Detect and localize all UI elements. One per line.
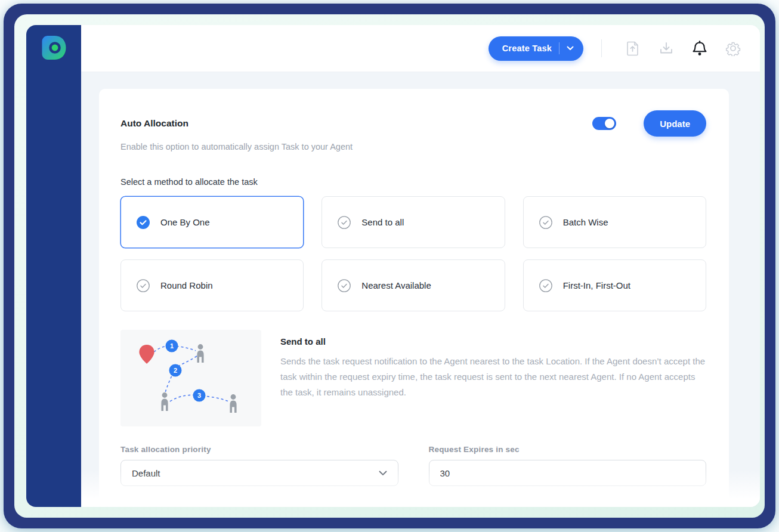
button-divider bbox=[559, 42, 559, 54]
card-header: Auto Allocation Update bbox=[120, 110, 706, 137]
create-task-button[interactable]: Create Task bbox=[489, 36, 583, 61]
file-upload-icon[interactable] bbox=[625, 41, 641, 56]
download-icon[interactable] bbox=[659, 41, 674, 56]
step-number: 1 bbox=[170, 342, 174, 349]
method-card-first-in-first-out[interactable]: First-In, First-Out bbox=[523, 259, 706, 311]
method-detail-description: Sends the task request notification to t… bbox=[280, 354, 706, 400]
method-card-send-to-all[interactable]: Send to all bbox=[322, 196, 505, 248]
toggle-knob bbox=[605, 119, 614, 128]
method-label: One By One bbox=[160, 217, 210, 227]
request-expires-input[interactable] bbox=[440, 468, 695, 478]
field-label: Task allocation priority bbox=[120, 445, 398, 454]
content-area: Auto Allocation Update Enable this optio… bbox=[81, 72, 760, 507]
method-label: Nearest Available bbox=[361, 280, 431, 290]
method-card-nearest-available[interactable]: Nearest Available bbox=[322, 259, 505, 311]
method-section-label: Select a method to allocate the task bbox=[120, 177, 706, 187]
auto-allocation-card: Auto Allocation Update Enable this optio… bbox=[99, 89, 729, 507]
task-allocation-priority-field: Task allocation priority Default bbox=[120, 445, 398, 486]
method-grid: One By One Send to all bbox=[120, 196, 706, 311]
method-description-block: Send to all Sends the task request notif… bbox=[280, 330, 706, 426]
method-label: Send to all bbox=[361, 217, 404, 227]
method-card-round-robin[interactable]: Round Robin bbox=[120, 259, 304, 311]
create-task-label: Create Task bbox=[502, 44, 552, 53]
priority-select[interactable]: Default bbox=[120, 460, 398, 486]
method-label: Round Robin bbox=[160, 280, 213, 290]
auto-allocation-toggle[interactable] bbox=[592, 117, 616, 130]
chevron-down-icon[interactable] bbox=[567, 46, 574, 51]
topbar-divider bbox=[601, 39, 602, 57]
priority-selected-value: Default bbox=[132, 468, 160, 478]
method-label: First-In, First-Out bbox=[563, 280, 630, 290]
app-window: Create Task bbox=[26, 25, 760, 507]
check-circle-outline-icon bbox=[539, 279, 552, 292]
bell-icon[interactable] bbox=[692, 41, 707, 56]
step-number: 2 bbox=[174, 367, 177, 374]
chevron-down-icon bbox=[379, 471, 387, 476]
settings-gear-icon[interactable] bbox=[725, 41, 741, 56]
allocation-illustration: 1 2 3 bbox=[120, 330, 261, 426]
topbar: Create Task bbox=[81, 25, 760, 72]
page-title: Auto Allocation bbox=[120, 118, 592, 129]
main-area: Create Task bbox=[81, 25, 760, 507]
method-detail-section: 1 2 3 Send to all Sends the task request bbox=[120, 330, 706, 426]
location-pin-icon bbox=[139, 345, 154, 364]
method-label: Batch Wise bbox=[563, 217, 608, 227]
brand-logo-icon[interactable] bbox=[39, 33, 68, 64]
method-detail-title: Send to all bbox=[280, 336, 706, 347]
request-expires-box bbox=[429, 460, 707, 486]
check-circle-outline-icon bbox=[539, 216, 552, 229]
device-frame: Create Task bbox=[4, 4, 775, 528]
agent-icon bbox=[161, 392, 168, 411]
page-subtitle: Enable this option to automatically assi… bbox=[120, 142, 706, 151]
step-number: 3 bbox=[197, 392, 201, 399]
check-circle-filled-icon bbox=[137, 216, 150, 229]
check-circle-outline-icon bbox=[137, 279, 150, 292]
settings-fields: Task allocation priority Default Request… bbox=[120, 445, 706, 486]
check-circle-outline-icon bbox=[338, 216, 351, 229]
method-card-one-by-one[interactable]: One By One bbox=[120, 196, 304, 248]
sidebar bbox=[26, 25, 81, 507]
field-label: Request Expires in sec bbox=[429, 445, 707, 454]
agent-icon bbox=[230, 394, 236, 413]
agent-icon bbox=[197, 344, 203, 363]
update-button[interactable]: Update bbox=[644, 110, 706, 137]
check-circle-outline-icon bbox=[338, 279, 351, 292]
request-expires-field: Request Expires in sec bbox=[429, 445, 707, 486]
method-card-batch-wise[interactable]: Batch Wise bbox=[523, 196, 706, 248]
